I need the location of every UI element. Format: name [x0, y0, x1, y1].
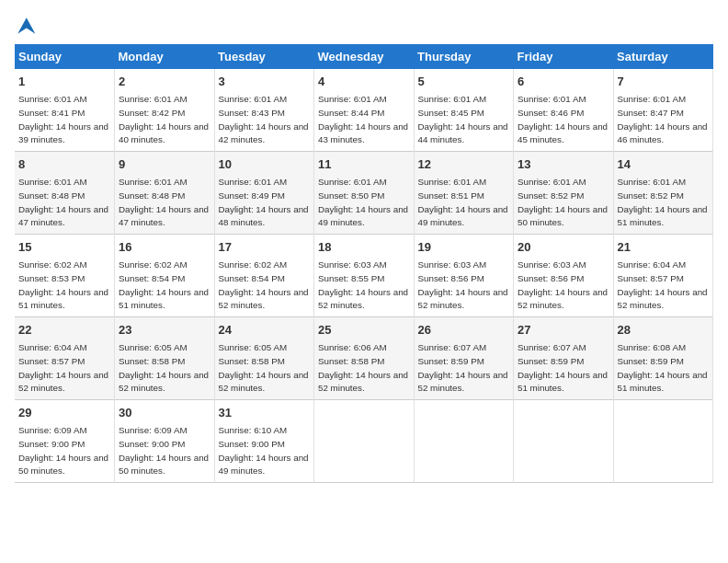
- calendar-day-cell: 3 Sunrise: 6:01 AMSunset: 8:43 PMDayligh…: [214, 69, 314, 152]
- calendar-day-cell: 18 Sunrise: 6:03 AMSunset: 8:55 PMDaylig…: [314, 235, 415, 317]
- day-number: 30: [119, 405, 210, 421]
- sunrise-info: Sunrise: 6:01 AMSunset: 8:51 PMDaylight:…: [418, 177, 508, 227]
- sunrise-info: Sunrise: 6:01 AMSunset: 8:46 PMDaylight:…: [518, 94, 608, 144]
- sunrise-info: Sunrise: 6:02 AMSunset: 8:53 PMDaylight:…: [18, 259, 108, 310]
- calendar-day-cell: 7 Sunrise: 6:01 AMSunset: 8:47 PMDayligh…: [613, 69, 713, 152]
- calendar-day-cell: 21 Sunrise: 6:04 AMSunset: 8:57 PMDaylig…: [613, 235, 713, 317]
- calendar-day-cell: 20 Sunrise: 6:03 AMSunset: 8:56 PMDaylig…: [514, 235, 614, 317]
- day-number: 27: [518, 322, 609, 339]
- sunrise-info: Sunrise: 6:09 AMSunset: 9:00 PMDaylight:…: [119, 425, 209, 476]
- sunrise-info: Sunrise: 6:01 AMSunset: 8:47 PMDaylight:…: [618, 94, 708, 144]
- calendar-day-cell: 29 Sunrise: 6:09 AMSunset: 9:00 PMDaylig…: [15, 400, 115, 483]
- calendar-day-cell: 10 Sunrise: 6:01 AMSunset: 8:49 PMDaylig…: [214, 152, 314, 235]
- calendar-day-cell: 22 Sunrise: 6:04 AMSunset: 8:57 PMDaylig…: [15, 317, 115, 400]
- sunrise-info: Sunrise: 6:08 AMSunset: 8:59 PMDaylight:…: [618, 342, 708, 393]
- sunrise-info: Sunrise: 6:01 AMSunset: 8:48 PMDaylight:…: [18, 177, 108, 227]
- day-of-week-header: Saturday: [613, 44, 713, 69]
- logo: [15, 15, 40, 37]
- calendar-day-cell: 24 Sunrise: 6:05 AMSunset: 8:58 PMDaylig…: [214, 317, 314, 400]
- day-number: 16: [119, 239, 210, 256]
- calendar-day-cell: 6 Sunrise: 6:01 AMSunset: 8:46 PMDayligh…: [514, 69, 614, 152]
- calendar-day-cell: 23 Sunrise: 6:05 AMSunset: 8:58 PMDaylig…: [115, 317, 215, 400]
- calendar-day-cell: [314, 400, 415, 483]
- calendar-day-cell: 28 Sunrise: 6:08 AMSunset: 8:59 PMDaylig…: [613, 317, 713, 400]
- sunrise-info: Sunrise: 6:01 AMSunset: 8:48 PMDaylight:…: [119, 177, 209, 227]
- sunrise-info: Sunrise: 6:09 AMSunset: 9:00 PMDaylight:…: [18, 425, 108, 476]
- calendar-day-cell: 4 Sunrise: 6:01 AMSunset: 8:44 PMDayligh…: [314, 69, 415, 152]
- sunrise-info: Sunrise: 6:04 AMSunset: 8:57 PMDaylight:…: [18, 342, 108, 393]
- day-number: 19: [418, 239, 510, 256]
- day-number: 25: [318, 322, 410, 339]
- sunrise-info: Sunrise: 6:03 AMSunset: 8:55 PMDaylight:…: [318, 259, 408, 310]
- calendar-day-cell: [613, 400, 713, 483]
- calendar-day-cell: 31 Sunrise: 6:10 AMSunset: 9:00 PMDaylig…: [214, 400, 314, 483]
- page-header: [15, 15, 713, 37]
- sunrise-info: Sunrise: 6:02 AMSunset: 8:54 PMDaylight:…: [119, 259, 209, 310]
- day-number: 6: [518, 74, 609, 90]
- sunrise-info: Sunrise: 6:01 AMSunset: 8:43 PMDaylight:…: [219, 94, 309, 144]
- calendar-header-row: SundayMondayTuesdayWednesdayThursdayFrid…: [15, 44, 713, 69]
- calendar-table: SundayMondayTuesdayWednesdayThursdayFrid…: [15, 44, 713, 483]
- day-number: 22: [18, 322, 110, 339]
- day-number: 9: [119, 156, 210, 173]
- day-of-week-header: Tuesday: [214, 44, 314, 69]
- calendar-day-cell: 14 Sunrise: 6:01 AMSunset: 8:52 PMDaylig…: [613, 152, 713, 235]
- calendar-day-cell: 30 Sunrise: 6:09 AMSunset: 9:00 PMDaylig…: [115, 400, 215, 483]
- calendar-day-cell: 8 Sunrise: 6:01 AMSunset: 8:48 PMDayligh…: [15, 152, 115, 235]
- day-of-week-header: Friday: [514, 44, 614, 69]
- day-number: 3: [219, 74, 311, 90]
- calendar-day-cell: 5 Sunrise: 6:01 AMSunset: 8:45 PMDayligh…: [414, 69, 514, 152]
- day-number: 7: [618, 74, 710, 90]
- sunrise-info: Sunrise: 6:07 AMSunset: 8:59 PMDaylight:…: [518, 342, 608, 393]
- calendar-day-cell: [514, 400, 614, 483]
- day-number: 15: [18, 239, 110, 256]
- day-number: 10: [219, 156, 311, 173]
- calendar-day-cell: 13 Sunrise: 6:01 AMSunset: 8:52 PMDaylig…: [514, 152, 614, 235]
- day-of-week-header: Thursday: [414, 44, 514, 69]
- sunrise-info: Sunrise: 6:05 AMSunset: 8:58 PMDaylight:…: [119, 342, 209, 393]
- day-number: 4: [318, 74, 410, 90]
- day-number: 23: [119, 322, 210, 339]
- sunrise-info: Sunrise: 6:01 AMSunset: 8:45 PMDaylight:…: [418, 94, 508, 144]
- day-number: 13: [518, 156, 609, 173]
- calendar-week-row: 15 Sunrise: 6:02 AMSunset: 8:53 PMDaylig…: [15, 235, 713, 317]
- calendar-day-cell: [414, 400, 514, 483]
- day-number: 20: [518, 239, 609, 256]
- sunrise-info: Sunrise: 6:05 AMSunset: 8:58 PMDaylight:…: [219, 342, 309, 393]
- day-of-week-header: Sunday: [15, 44, 115, 69]
- calendar-day-cell: 1 Sunrise: 6:01 AMSunset: 8:41 PMDayligh…: [15, 69, 115, 152]
- day-number: 8: [18, 156, 110, 173]
- sunrise-info: Sunrise: 6:03 AMSunset: 8:56 PMDaylight:…: [418, 259, 508, 310]
- calendar-week-row: 29 Sunrise: 6:09 AMSunset: 9:00 PMDaylig…: [15, 400, 713, 483]
- sunrise-info: Sunrise: 6:02 AMSunset: 8:54 PMDaylight:…: [219, 259, 309, 310]
- sunrise-info: Sunrise: 6:01 AMSunset: 8:52 PMDaylight:…: [518, 177, 608, 227]
- sunrise-info: Sunrise: 6:06 AMSunset: 8:58 PMDaylight:…: [318, 342, 408, 393]
- sunrise-info: Sunrise: 6:01 AMSunset: 8:52 PMDaylight:…: [618, 177, 708, 227]
- sunrise-info: Sunrise: 6:07 AMSunset: 8:59 PMDaylight:…: [418, 342, 508, 393]
- calendar-day-cell: 27 Sunrise: 6:07 AMSunset: 8:59 PMDaylig…: [514, 317, 614, 400]
- day-number: 24: [219, 322, 311, 339]
- calendar-week-row: 1 Sunrise: 6:01 AMSunset: 8:41 PMDayligh…: [15, 69, 713, 152]
- sunrise-info: Sunrise: 6:01 AMSunset: 8:42 PMDaylight:…: [119, 94, 209, 144]
- svg-marker-0: [17, 17, 35, 34]
- day-number: 5: [418, 74, 510, 90]
- calendar-day-cell: 25 Sunrise: 6:06 AMSunset: 8:58 PMDaylig…: [314, 317, 415, 400]
- logo-icon: [15, 15, 37, 37]
- day-number: 11: [318, 156, 410, 173]
- calendar-day-cell: 9 Sunrise: 6:01 AMSunset: 8:48 PMDayligh…: [115, 152, 215, 235]
- sunrise-info: Sunrise: 6:03 AMSunset: 8:56 PMDaylight:…: [518, 259, 608, 310]
- calendar-day-cell: 11 Sunrise: 6:01 AMSunset: 8:50 PMDaylig…: [314, 152, 415, 235]
- day-number: 28: [618, 322, 710, 339]
- calendar-week-row: 8 Sunrise: 6:01 AMSunset: 8:48 PMDayligh…: [15, 152, 713, 235]
- calendar-day-cell: 17 Sunrise: 6:02 AMSunset: 8:54 PMDaylig…: [214, 235, 314, 317]
- day-number: 31: [219, 405, 311, 421]
- day-number: 17: [219, 239, 311, 256]
- sunrise-info: Sunrise: 6:01 AMSunset: 8:44 PMDaylight:…: [318, 94, 408, 144]
- day-number: 29: [18, 405, 110, 421]
- sunrise-info: Sunrise: 6:04 AMSunset: 8:57 PMDaylight:…: [618, 259, 708, 310]
- calendar-day-cell: 16 Sunrise: 6:02 AMSunset: 8:54 PMDaylig…: [115, 235, 215, 317]
- calendar-day-cell: 2 Sunrise: 6:01 AMSunset: 8:42 PMDayligh…: [115, 69, 215, 152]
- calendar-day-cell: 19 Sunrise: 6:03 AMSunset: 8:56 PMDaylig…: [414, 235, 514, 317]
- day-number: 14: [618, 156, 710, 173]
- day-number: 2: [119, 74, 210, 90]
